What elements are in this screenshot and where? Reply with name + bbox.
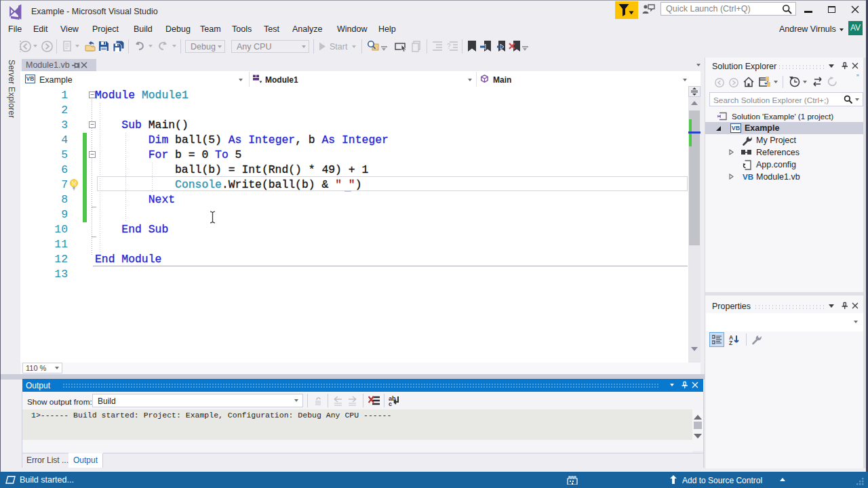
svg-text:Z: Z xyxy=(729,340,732,346)
svg-text:c: c xyxy=(389,401,392,407)
svg-text:?: ? xyxy=(447,43,451,50)
